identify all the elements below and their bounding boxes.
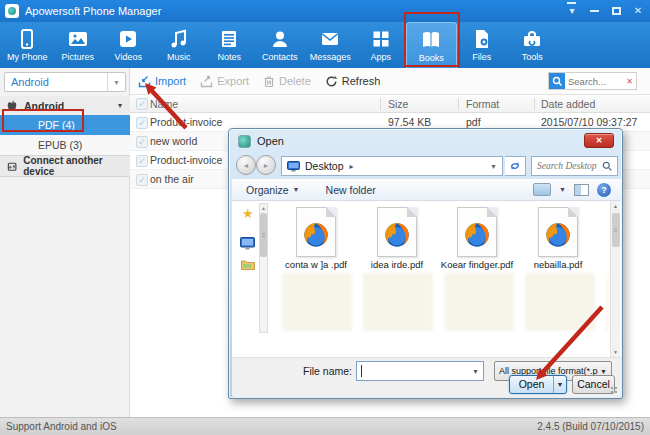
cancel-button[interactable]: Cancel xyxy=(572,375,615,394)
files-icon xyxy=(470,27,494,51)
books-icon xyxy=(419,28,443,52)
dialog-app-icon xyxy=(238,135,251,148)
trash-icon xyxy=(263,75,275,88)
preview-pane-icon[interactable] xyxy=(574,184,589,196)
row-checkbox[interactable]: ✓ xyxy=(136,117,148,129)
sidebar-item-pdf[interactable]: PDF (4) xyxy=(0,115,130,135)
tab-contacts[interactable]: Contacts xyxy=(255,22,306,68)
contacts-icon xyxy=(268,27,292,51)
main-toolbar: My Phone Pictures Videos Music Notes Con… xyxy=(0,22,650,68)
search-icon xyxy=(549,73,565,89)
file-name-label: File name: xyxy=(272,365,352,377)
row-checkbox[interactable]: ✓ xyxy=(136,174,148,186)
tab-messages[interactable]: Messages xyxy=(305,22,356,68)
nav-scrollbar-thumb[interactable]: ≡ xyxy=(260,213,267,257)
close-button[interactable]: ✕ xyxy=(632,6,644,16)
pdf-page-icon xyxy=(296,207,336,257)
breadcrumb[interactable]: Desktop ▸ ▼ xyxy=(281,156,503,176)
magnifier-icon[interactable] xyxy=(602,161,613,172)
tools-icon xyxy=(520,27,544,51)
refresh-button[interactable]: Refresh xyxy=(325,75,381,88)
collapse-caret-icon[interactable]: ▾ xyxy=(118,101,122,110)
export-button[interactable]: Export xyxy=(200,75,249,88)
refresh-icon xyxy=(325,75,338,88)
pdf-file[interactable]: idea irde.pdf xyxy=(358,207,436,271)
views-icon[interactable] xyxy=(533,183,551,196)
delete-button[interactable]: Delete xyxy=(263,75,311,88)
help-icon[interactable]: ? xyxy=(597,183,611,197)
my-phone-icon xyxy=(15,27,39,51)
nav-scrollbar[interactable]: ▲ ≡ xyxy=(259,203,268,333)
folder-nav-icon[interactable] xyxy=(241,259,255,270)
file-name-input[interactable]: ▼ xyxy=(356,361,484,381)
dialog-title: Open xyxy=(257,135,284,147)
dialog-search-box xyxy=(531,156,618,176)
title-bar: Apowersoft Phone Manager ▾ ✕ xyxy=(0,0,650,22)
row-checkbox[interactable]: ✓ xyxy=(136,155,148,167)
videos-icon xyxy=(116,27,140,51)
select-all-checkbox[interactable]: ✓ xyxy=(136,98,148,110)
import-button[interactable]: Import xyxy=(138,75,186,88)
desktop-nav-icon[interactable] xyxy=(240,237,255,250)
tab-tools[interactable]: Tools xyxy=(507,22,558,68)
column-name[interactable]: Name xyxy=(150,98,178,110)
menu-icon[interactable]: ▾ xyxy=(566,6,578,16)
status-left: Support Android and iOS xyxy=(6,421,117,432)
firefox-icon xyxy=(302,221,330,249)
search-input[interactable] xyxy=(565,76,626,87)
tab-files[interactable]: Files xyxy=(457,22,508,68)
chevron-down-icon: ▼ xyxy=(293,186,300,193)
column-format[interactable]: Format xyxy=(466,98,499,110)
tab-notes[interactable]: Notes xyxy=(204,22,255,68)
export-icon xyxy=(200,75,213,88)
tab-music[interactable]: Music xyxy=(154,22,205,68)
maximize-button[interactable] xyxy=(610,7,622,15)
action-bar: Import Export Delete Refresh ✕ xyxy=(130,68,650,95)
dialog-command-bar: Organize ▼ New folder ▼ ? xyxy=(232,179,621,201)
new-folder-button[interactable]: New folder xyxy=(326,184,376,196)
forward-button[interactable]: ► xyxy=(256,155,276,175)
file-name-dropdown-icon[interactable]: ▼ xyxy=(472,368,479,375)
open-button[interactable]: Open ▼ xyxy=(509,375,567,394)
table-header: ✓ Name Size Format Date added xyxy=(130,95,650,113)
address-dropdown-icon[interactable]: ▼ xyxy=(490,163,497,170)
column-date-added[interactable]: Date added xyxy=(541,98,595,110)
favorites-star-icon[interactable]: ★ xyxy=(242,206,254,221)
pdf-file[interactable]: nebailla.pdf xyxy=(519,207,597,271)
tab-videos[interactable]: Videos xyxy=(103,22,154,68)
connect-device-button[interactable]: Connect another device xyxy=(0,155,130,177)
dialog-file-area: ★ ▲ ≡ conta w ]a .pdf idea irde.pdf xyxy=(232,201,621,357)
organize-button[interactable]: Organize ▼ xyxy=(246,184,300,196)
sidebar-item-epub[interactable]: EPUB (3) xyxy=(0,135,130,155)
sidebar-item-device[interactable]: Android ▾ xyxy=(0,96,130,115)
desktop-icon xyxy=(287,161,300,172)
column-size[interactable]: Size xyxy=(388,98,408,110)
minimize-button[interactable] xyxy=(588,10,600,12)
pdf-file[interactable]: conta w ]a .pdf xyxy=(277,207,355,271)
tab-pictures[interactable]: Pictures xyxy=(53,22,104,68)
notes-icon xyxy=(217,27,241,51)
pdf-page-icon xyxy=(457,207,497,257)
views-dropdown-icon[interactable]: ▼ xyxy=(559,186,566,193)
open-dialog: Open ✕ ◄ ► Desktop ▸ ▼ Organize ▼ xyxy=(228,128,623,399)
search-clear-icon[interactable]: ✕ xyxy=(626,77,633,86)
back-button[interactable]: ◄ xyxy=(236,155,256,175)
dialog-search-input[interactable] xyxy=(532,161,602,171)
messages-icon xyxy=(318,27,342,51)
tab-my-phone[interactable]: My Phone xyxy=(2,22,53,68)
file-list-scrollbar-thumb[interactable]: ≡ xyxy=(612,213,620,247)
pdf-page-icon xyxy=(538,207,578,257)
resize-grip[interactable] xyxy=(610,386,618,394)
open-split-dropdown-icon[interactable]: ▼ xyxy=(553,376,566,393)
dialog-close-button[interactable]: ✕ xyxy=(584,133,614,148)
import-icon xyxy=(138,75,151,88)
device-dropdown[interactable]: Android ▼ xyxy=(4,72,126,92)
row-checkbox[interactable]: ✓ xyxy=(136,136,148,148)
tab-apps[interactable]: Apps xyxy=(356,22,407,68)
address-refresh-button[interactable] xyxy=(505,156,526,176)
breadcrumb-arrow-icon[interactable]: ▸ xyxy=(350,162,491,171)
pictures-icon xyxy=(66,27,90,51)
tab-books[interactable]: Books xyxy=(406,22,457,68)
file-list-scrollbar[interactable]: ▲ ≡ ▼ xyxy=(610,201,620,357)
pdf-file[interactable]: Koear findger.pdf xyxy=(438,207,516,271)
